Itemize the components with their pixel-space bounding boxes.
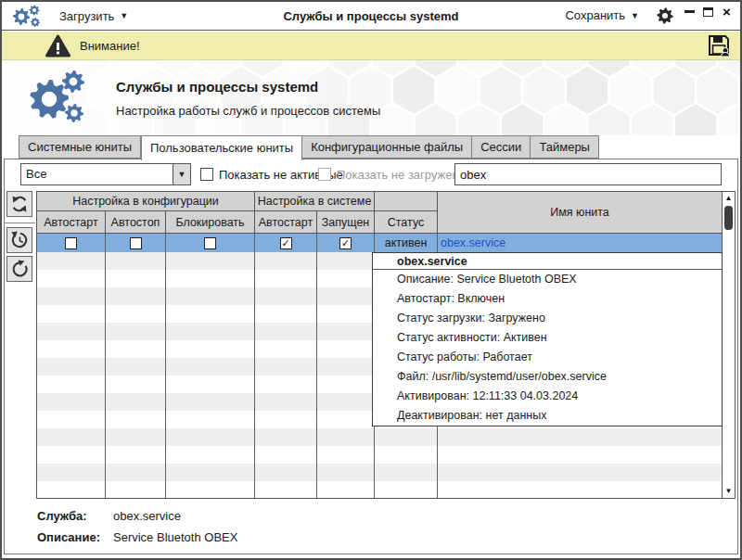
tab-config-files[interactable]: Конфигурационные файлы xyxy=(302,135,472,159)
cell-unit-name: obex.service xyxy=(438,234,722,252)
tooltip-file: Файл: /usr/lib/systemd/user/obex.service xyxy=(373,366,722,386)
history-clock-icon xyxy=(10,231,29,249)
table-row[interactable] xyxy=(37,428,722,446)
table-cell xyxy=(317,340,375,358)
table-cell xyxy=(37,340,106,358)
reload-button[interactable] xyxy=(6,256,32,282)
history-button[interactable] xyxy=(6,227,32,253)
gear-icon xyxy=(657,7,672,23)
table-cell xyxy=(255,358,317,375)
tab-system-units[interactable]: Системные юниты xyxy=(19,135,141,159)
save-menu-button[interactable]: Сохранить ▼ xyxy=(557,5,646,26)
checkbox-config-autostop[interactable] xyxy=(130,237,142,249)
table-cell xyxy=(166,323,255,340)
warning-icon xyxy=(45,34,70,57)
table-cell xyxy=(166,305,255,323)
header-unit-name[interactable]: Имя юнита xyxy=(438,192,722,234)
maximize-button[interactable] xyxy=(702,6,714,18)
scrollbar-thumb[interactable] xyxy=(724,206,733,230)
table-cell xyxy=(37,287,106,305)
table-cell xyxy=(375,428,438,446)
cell-config-block xyxy=(166,234,255,252)
table-cell xyxy=(166,358,255,375)
header-config-autostart[interactable]: Автостарт xyxy=(37,211,106,234)
table-cell xyxy=(106,393,166,411)
table-cell xyxy=(166,481,255,499)
tooltip-run-status: Статус работы: Работает xyxy=(373,348,722,367)
show-inactive-checkbox[interactable] xyxy=(200,168,213,181)
checkbox-system-running[interactable]: ✓ xyxy=(339,237,352,249)
settings-gear-button[interactable] xyxy=(656,6,674,25)
header-config-autostop[interactable]: Автостоп xyxy=(106,211,166,234)
table-cell xyxy=(166,340,255,358)
vertical-scrollbar[interactable]: ▲ ▼ xyxy=(722,192,735,498)
warning-text: Внимание! xyxy=(80,39,140,53)
unit-name-link[interactable]: obex.service xyxy=(441,236,505,249)
table-row-selected[interactable]: ✓ ✓ активен obex.service xyxy=(37,234,722,252)
user-badge-icon xyxy=(722,53,730,57)
unit-filter-combobox[interactable]: Все ▼ xyxy=(20,163,191,185)
header-config-block[interactable]: Блокировать xyxy=(166,211,255,234)
checkbox-system-autostart[interactable]: ✓ xyxy=(280,237,292,249)
service-value: obex.service xyxy=(113,509,181,523)
maximize-icon xyxy=(703,7,713,17)
footer-service-line: Служба: obex.service xyxy=(37,509,181,523)
table-row[interactable] xyxy=(37,446,722,464)
combobox-value: Все xyxy=(21,164,173,185)
table-cell xyxy=(317,270,375,287)
table-cell xyxy=(255,323,317,340)
table-cell xyxy=(106,270,166,287)
table-cell xyxy=(255,375,317,393)
status-value: активен xyxy=(385,236,428,249)
show-unloaded-checkbox[interactable] xyxy=(318,168,331,181)
cell-status: активен xyxy=(375,234,438,252)
tab-sessions[interactable]: Сессии xyxy=(472,135,531,159)
table-cell xyxy=(317,464,375,481)
table-cell xyxy=(106,358,166,375)
table-cell xyxy=(37,358,106,375)
combobox-dropdown-button[interactable]: ▼ xyxy=(173,164,190,185)
table-cell xyxy=(106,428,166,446)
search-input[interactable] xyxy=(454,163,722,185)
minimize-button[interactable] xyxy=(684,6,696,18)
chevron-down-icon: ▼ xyxy=(178,170,186,179)
cell-system-autostart: ✓ xyxy=(255,234,317,252)
save-config-button[interactable] xyxy=(707,33,731,57)
table-cell xyxy=(255,393,317,411)
table-cell xyxy=(37,323,106,340)
table-cell xyxy=(317,481,375,499)
table-cell xyxy=(106,481,166,499)
header-group-config[interactable]: Настройка в конфигурации xyxy=(37,192,255,211)
header-system-running[interactable]: Запущен xyxy=(317,211,375,234)
checkbox-config-block[interactable] xyxy=(204,237,216,249)
table-row[interactable] xyxy=(37,481,722,499)
refresh-icon xyxy=(10,195,29,213)
toolbar-separator xyxy=(4,223,35,223)
header-system-autostart[interactable]: Автостарт xyxy=(255,211,317,234)
tooltip-deactivated: Деактивирован: нет данных xyxy=(373,405,722,425)
table-cell xyxy=(255,411,317,428)
checkbox-config-autostart[interactable] xyxy=(65,237,77,249)
table-cell xyxy=(438,481,722,499)
table-cell xyxy=(317,358,375,375)
header-status[interactable]: Статус xyxy=(375,211,438,234)
table-row[interactable] xyxy=(37,464,722,481)
close-button[interactable]: × xyxy=(721,6,733,18)
table-cell xyxy=(255,428,317,446)
load-menu-button[interactable]: Загрузить ▼ xyxy=(52,6,135,27)
table-cell xyxy=(317,375,375,393)
header-group-system[interactable]: Настройка в системе xyxy=(255,192,375,211)
table-cell xyxy=(106,252,166,270)
table-cell xyxy=(317,393,375,411)
refresh-button[interactable] xyxy=(6,191,32,217)
table-cell xyxy=(106,287,166,305)
table-cell xyxy=(255,481,317,499)
scroll-down-arrow[interactable]: ▼ xyxy=(723,486,735,497)
hexagon-pattern xyxy=(2,60,740,135)
tab-timers[interactable]: Таймеры xyxy=(531,135,599,159)
scroll-up-arrow[interactable]: ▲ xyxy=(723,193,735,204)
table-cell xyxy=(255,252,317,270)
table-cell xyxy=(255,464,317,481)
table-cell xyxy=(317,428,375,446)
tab-user-units[interactable]: Пользовательские юниты xyxy=(141,135,302,160)
